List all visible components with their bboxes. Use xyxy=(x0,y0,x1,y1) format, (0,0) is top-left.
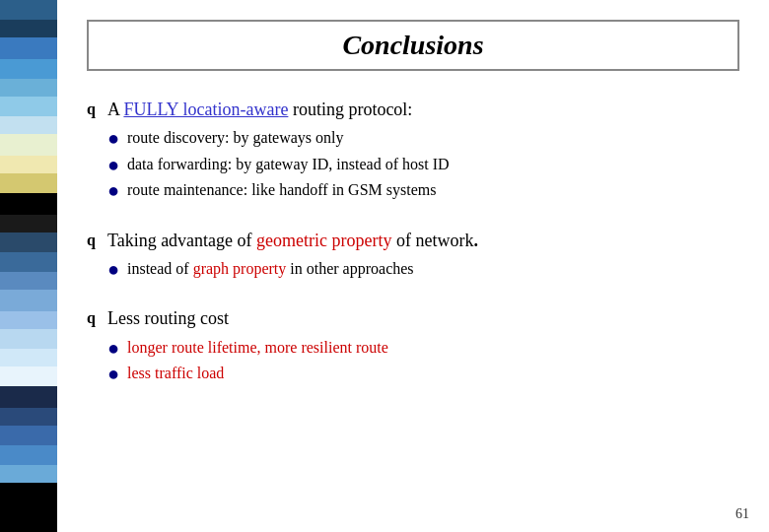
bullet-3-2: ● less traffic load xyxy=(107,363,739,384)
section-3-title: Less routing cost xyxy=(107,307,739,330)
sidebar-color-22 xyxy=(0,408,57,426)
bullet-dot: ● xyxy=(107,179,119,201)
bullet-3-2-text: less traffic load xyxy=(127,363,224,384)
bullet-dot: ● xyxy=(107,337,119,359)
bold-period: . xyxy=(474,231,479,250)
q-marker-2: q xyxy=(87,232,96,249)
section-2-content: Taking advantage of geometric property o… xyxy=(107,230,739,285)
sidebar-color-4 xyxy=(0,59,57,79)
q-marker-3: q xyxy=(87,309,96,327)
sidebar-color-6 xyxy=(0,97,57,116)
section-3: q Less routing cost ● longer route lifet… xyxy=(87,307,739,388)
sidebar-color-11 xyxy=(0,193,57,215)
sidebar-color-25 xyxy=(0,465,57,483)
bullet-1-2-text: data forwarding: by gateway ID, instead … xyxy=(127,154,450,175)
bullet-dot: ● xyxy=(107,258,119,280)
main-content: Conclusions q A FULLY location-aware rou… xyxy=(57,0,769,532)
sidebar-color-20 xyxy=(0,366,57,386)
bullet-3-1: ● longer route lifetime, more resilient … xyxy=(107,337,739,359)
sidebar-color-8 xyxy=(0,134,57,156)
section-2-title: Taking advantage of geometric property o… xyxy=(107,230,739,252)
sidebar-color-17 xyxy=(0,311,57,329)
bullet-2-1-text: instead of graph property in other appro… xyxy=(127,258,414,280)
section-3-bullets: ● longer route lifetime, more resilient … xyxy=(107,337,739,385)
sidebar-color-1 xyxy=(0,0,57,20)
sidebar-color-9 xyxy=(0,156,57,173)
bullet-2-1: ● instead of graph property in other app… xyxy=(107,258,739,280)
fully-location-aware-text: FULLY location-aware xyxy=(123,100,288,119)
sidebar-color-12 xyxy=(0,215,57,233)
sidebar xyxy=(0,0,57,532)
sidebar-color-24 xyxy=(0,445,57,465)
section-1-title: A FULLY location-aware routing protocol: xyxy=(107,99,739,121)
q-marker-1: q xyxy=(87,100,96,118)
page-title: Conclusions xyxy=(342,30,483,60)
section-1: q A FULLY location-aware routing protoco… xyxy=(87,99,739,206)
bullet-dot: ● xyxy=(107,127,119,149)
section-1-content: A FULLY location-aware routing protocol:… xyxy=(107,99,739,206)
sidebar-color-13 xyxy=(0,233,57,252)
sidebar-color-15 xyxy=(0,272,57,290)
page-number: 61 xyxy=(735,506,749,522)
sidebar-color-18 xyxy=(0,329,57,349)
geometric-property-text: geometric property xyxy=(256,231,391,250)
bullet-1-3: ● route maintenance: like handoff in GSM… xyxy=(107,179,739,201)
sidebar-color-10 xyxy=(0,173,57,193)
bullet-1-1: ● route discovery: by gateways only xyxy=(107,127,739,149)
sidebar-color-21 xyxy=(0,386,57,408)
title-box: Conclusions xyxy=(87,20,739,71)
bullet-dot: ● xyxy=(107,363,119,384)
sidebar-color-2 xyxy=(0,20,57,37)
bullet-1-3-text: route maintenance: like handoff in GSM s… xyxy=(127,179,436,201)
section-2-bullets: ● instead of graph property in other app… xyxy=(107,258,739,280)
bullet-3-1-text: longer route lifetime, more resilient ro… xyxy=(127,337,388,359)
sidebar-color-5 xyxy=(0,79,57,97)
section-2: q Taking advantage of geometric property… xyxy=(87,230,739,285)
section-3-content: Less routing cost ● longer route lifetim… xyxy=(107,307,739,388)
bullet-1-1-text: route discovery: by gateways only xyxy=(127,127,344,149)
sidebar-color-7 xyxy=(0,116,57,134)
sidebar-color-3 xyxy=(0,37,57,59)
sidebar-color-14 xyxy=(0,252,57,272)
bullet-1-2: ● data forwarding: by gateway ID, instea… xyxy=(107,154,739,175)
sidebar-color-19 xyxy=(0,349,57,366)
graph-property-text: graph property xyxy=(193,260,287,277)
section-1-bullets: ● route discovery: by gateways only ● da… xyxy=(107,127,739,201)
sidebar-color-16 xyxy=(0,290,57,311)
sidebar-color-23 xyxy=(0,426,57,445)
sidebar-color-26 xyxy=(0,483,57,532)
bullet-dot: ● xyxy=(107,154,119,175)
